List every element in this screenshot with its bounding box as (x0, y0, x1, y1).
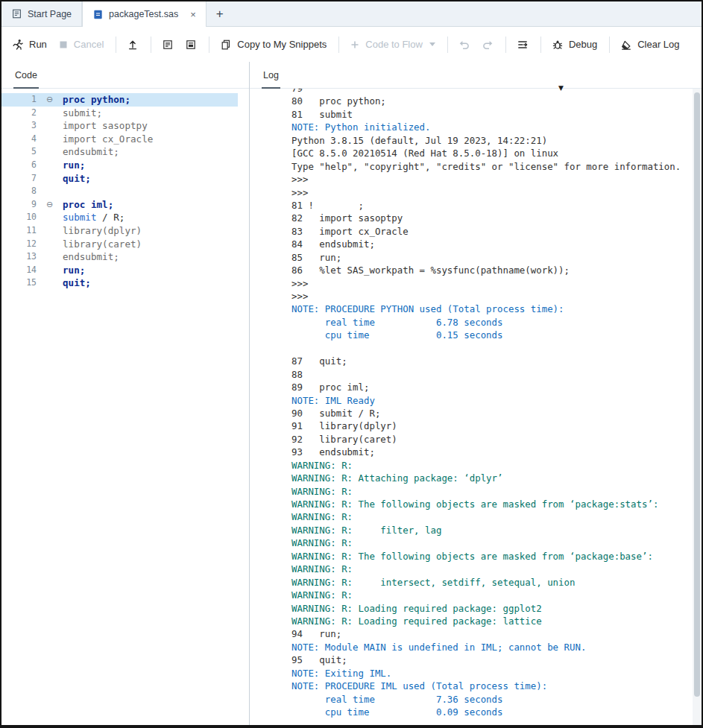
code-panel-header: Code (1, 62, 249, 89)
start-page-icon (11, 8, 22, 19)
log-line: WARNING: R: (291, 536, 691, 549)
code-line[interactable]: 3import sasoptpy (1, 119, 238, 133)
code-text: import cx_Oracle (63, 133, 153, 146)
log-line: real time 6.78 seconds (291, 316, 691, 329)
log-line: WARNING: R: (291, 563, 691, 575)
log-line: 80 proc python; (291, 95, 691, 107)
code-text: proc python; (63, 93, 130, 107)
toolbar-separator (609, 37, 610, 53)
log-line: WARNING: R: intersect, setdiff, setequal… (291, 576, 691, 589)
log-line: 82 import sasoptpy (291, 212, 691, 224)
log-line: 90 submit / R; (291, 407, 691, 420)
tab-packagetest-sas[interactable]: packageTest.sas × (82, 1, 207, 27)
page-layout-button[interactable] (185, 39, 197, 51)
code-text: submit / R; (63, 211, 124, 224)
code-line[interactable]: 14run; (1, 264, 238, 277)
clear-log-button[interactable]: Clear Log (620, 39, 679, 51)
submission-history-button[interactable] (127, 39, 139, 51)
tab-start-page[interactable]: Start Page (1, 1, 82, 26)
code-text: library(caret) (63, 238, 142, 251)
log-scrollbar-thumb[interactable] (694, 92, 700, 697)
log-line: cpu time 0.09 seconds (291, 706, 691, 718)
code-line[interactable]: 15quit; (1, 276, 238, 290)
log-view[interactable]: 7980 proc python;81 submitNOTE: Python i… (250, 89, 691, 725)
code-line[interactable]: 6run; (1, 159, 238, 172)
close-tab-icon[interactable]: × (190, 10, 196, 19)
log-line: 91 library(dplyr) (291, 420, 691, 432)
code-text: run; (63, 159, 85, 172)
fold-toggle-icon[interactable]: ⊖ (37, 93, 63, 107)
cancel-label: Cancel (74, 39, 104, 50)
debug-button[interactable]: Debug (552, 39, 597, 51)
toolbar-separator (209, 37, 209, 53)
log-line: 81 ! ; (291, 199, 691, 212)
code-line[interactable]: 4import cx_Oracle (1, 133, 238, 146)
log-wrap: 7980 proc python;81 submitNOTE: Python i… (250, 89, 702, 725)
log-line: WARNING: R: The following objects are ma… (291, 498, 691, 510)
log-line: 85 run; (291, 251, 691, 264)
log-line: cpu time 0.15 seconds (291, 329, 691, 341)
stop-square-icon (58, 39, 69, 50)
log-line: WARNING: R: (291, 485, 691, 498)
clear-log-label: Clear Log (637, 39, 679, 50)
line-number: 10 (1, 211, 37, 224)
code-text: library(dplyr) (63, 224, 142, 238)
main-split: Code 1⊖proc python;2submit;3import sasop… (1, 62, 702, 725)
code-line[interactable]: 2submit; (1, 107, 238, 120)
code-text: quit; (63, 276, 91, 290)
code-line[interactable]: 13endsubmit; (1, 250, 238, 264)
log-line: [GCC 8.5.0 20210514 (Red Hat 8.5.0-18)] … (291, 147, 691, 159)
code-line[interactable]: 1⊖proc python; (1, 93, 238, 107)
debug-label: Debug (569, 39, 597, 50)
run-label: Run (29, 39, 47, 50)
code-line[interactable]: 8 (1, 185, 238, 198)
code-line[interactable]: 9⊖proc iml; (1, 198, 238, 212)
print-button[interactable] (162, 39, 174, 51)
log-line: 86 %let SAS_workpath = %sysfunc(pathname… (291, 264, 691, 276)
code-editor[interactable]: 1⊖proc python;2submit;3import sasoptpy4i… (1, 89, 249, 725)
code-to-flow-label: Code to Flow (365, 39, 423, 50)
log-line: WARNING: R: filter, lag (291, 524, 691, 536)
log-line: Python 3.8.15 (default, Jul 19 2023, 14:… (291, 134, 691, 147)
fold-toggle-icon[interactable]: ⊖ (37, 198, 63, 212)
code-line[interactable]: 7quit; (1, 172, 238, 186)
copy-to-snippets-button[interactable]: Copy to My Snippets (220, 39, 327, 51)
log-line: WARNING: R: (291, 589, 691, 601)
log-line: 88 (291, 368, 691, 381)
plus-icon (350, 39, 360, 50)
line-number: 15 (1, 276, 37, 290)
log-panel-tab[interactable]: Log (262, 70, 280, 89)
log-line: 79 (291, 89, 691, 95)
code-text: run; (63, 264, 85, 277)
line-number: 8 (1, 185, 37, 198)
code-panel-tab[interactable]: Code (13, 70, 39, 89)
log-line: WARNING: R: Loading required package: gg… (291, 602, 691, 615)
code-line[interactable]: 5endsubmit; (1, 145, 238, 159)
log-line: WARNING: R: Attaching package: ‘dplyr’ (291, 472, 691, 484)
log-line: WARNING: R: Loading required package: la… (291, 615, 691, 627)
line-number: 3 (1, 119, 37, 133)
code-line[interactable]: 10submit / R; (1, 211, 238, 224)
code-text: proc iml; (63, 198, 113, 212)
new-tab-button[interactable]: + (207, 1, 233, 26)
log-line: WARNING: R: (291, 459, 691, 472)
toolbar-separator (540, 37, 541, 53)
code-line[interactable]: 11library(dplyr) (1, 224, 238, 238)
cancel-button[interactable]: Cancel (58, 39, 104, 50)
undo-button[interactable] (458, 39, 470, 51)
log-scrollbar[interactable] (693, 89, 702, 725)
code-to-flow-button[interactable]: Code to Flow (350, 39, 435, 50)
toolbar-separator (116, 37, 116, 53)
line-number: 9 (1, 198, 37, 212)
run-button[interactable]: Run (12, 39, 47, 51)
log-line: WARNING: R: (291, 510, 691, 523)
redo-button[interactable] (482, 39, 494, 51)
toolbar-separator (447, 37, 448, 53)
line-number: 6 (1, 159, 37, 172)
tab-bar: Start Page packageTest.sas × + (1, 1, 702, 27)
log-line: 93 endsubmit; (291, 446, 691, 458)
log-line: 92 library(caret) (291, 433, 691, 446)
code-line[interactable]: 12library(caret) (1, 238, 238, 251)
log-line: 94 run; (291, 627, 691, 640)
format-code-button[interactable] (517, 39, 529, 51)
